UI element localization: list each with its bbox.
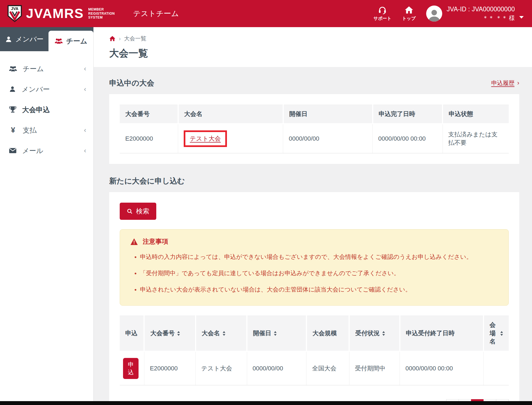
column-header-tournament-name: 大会名 (178, 105, 283, 124)
column-header-event-date[interactable]: 開催日 (247, 316, 306, 352)
apply-section-title: 新たに大会に申し込む (109, 176, 185, 186)
notice-title: 注意事項 (143, 237, 168, 246)
tournament-name-link[interactable]: テスト大会 (190, 135, 221, 142)
breadcrumb-separator: › (119, 35, 121, 42)
column-header-tournament-number: 大会番号 (120, 105, 178, 124)
column-header-scale: 大会規模 (306, 316, 349, 352)
column-header-deadline: 申込受付終了日時 (400, 316, 484, 352)
chevron-left-icon: ‹ (84, 126, 86, 134)
top-nav[interactable]: トップ (402, 6, 416, 22)
brand-subtitle: MEMBER REGISTRATION SYSTEM (88, 7, 115, 19)
breadcrumb: › 大会一覧 (109, 35, 532, 42)
sidebar-item-team[interactable]: チーム ‹ (0, 58, 93, 79)
status-cell: 支払済みまたは支払不要 (443, 124, 509, 153)
tournament-number-cell: E2000000 (120, 124, 178, 153)
sidebar-tabs: メンバー チーム (0, 27, 93, 51)
tournament-name-cell: テスト大会 (196, 351, 247, 385)
support-nav[interactable]: サポート (374, 6, 392, 22)
sidebar-item-label: チーム (23, 64, 44, 73)
column-header-status: 申込状態 (443, 105, 509, 124)
headset-icon (378, 6, 387, 14)
column-header-event-date: 開催日 (283, 105, 373, 124)
sidebar-item-payment[interactable]: ¥ 支払 ‹ (0, 120, 93, 140)
column-header-reception-status[interactable]: 受付状況 (349, 316, 400, 352)
tab-team-label: チーム (66, 37, 87, 46)
sidebar-item-label: メール (22, 146, 43, 155)
warning-icon (131, 238, 138, 245)
user-name: ＊＊ ＊＊ 様 (447, 14, 515, 22)
content-area: 申込中の大会 申込履歴 › 大会番号 大会名 開催日 (94, 67, 532, 405)
column-header-apply: 申込 (120, 316, 144, 352)
chevron-right-icon: › (517, 79, 519, 87)
tab-member[interactable]: メンバー (0, 27, 48, 51)
apply-button[interactable]: 申込 (123, 358, 139, 379)
person-icon (5, 36, 12, 43)
sidebar: メンバー チーム (0, 27, 94, 405)
sort-icon (382, 331, 385, 336)
reception-status-cell: 受付期間中 (349, 351, 400, 385)
svg-text:JVA: JVA (11, 6, 19, 11)
column-header-tournament-name[interactable]: 大会名 (196, 316, 247, 352)
notice-item: 申込時の入力内容によっては、申込ができない場合もございますので、大会情報をよくご… (140, 253, 498, 261)
search-button[interactable]: 検索 (120, 203, 156, 220)
column-header-venue[interactable]: 会場名 (484, 316, 509, 352)
person-icon (9, 86, 16, 93)
brand-title: JVAMRS (26, 7, 84, 20)
avatar (426, 6, 442, 22)
people-icon (9, 65, 17, 72)
home-icon (405, 6, 413, 14)
page-title: 大会一覧 (109, 47, 532, 60)
sidebar-item-tournament-entry[interactable]: 大会申込 (0, 99, 93, 120)
chevron-left-icon: ‹ (84, 147, 86, 154)
sort-icon (274, 331, 277, 336)
support-label: サポート (374, 16, 392, 22)
sidebar-item-member[interactable]: メンバー ‹ (0, 79, 93, 99)
user-info: JVA-ID : JVA000000000 ＊＊ ＊＊ 様 (447, 5, 515, 22)
notice-list: 申込時の入力内容によっては、申込ができない場合もございますので、大会情報をよくご… (140, 253, 498, 294)
scale-cell: 全国大会 (306, 351, 349, 385)
user-id: JVA-ID : JVA000000000 (447, 5, 515, 14)
trophy-icon (9, 106, 17, 113)
brand-logo[interactable]: JVA JVAMRS MEMBER REGISTRATION SYSTEM (7, 5, 115, 22)
deadline-cell: 0000/00/00 00:00 (400, 351, 484, 385)
sidebar-item-label: メンバー (22, 85, 50, 94)
notice-item: 「受付期間中」であっても定員に達している場合はお申込みができませんのでご了承くだ… (140, 269, 498, 277)
venue-cell (484, 351, 509, 385)
apply-card: 検索 注意事項 申込時の入力内容に (109, 192, 519, 405)
breadcrumb-current: 大会一覧 (124, 35, 146, 42)
event-date-cell: 0000/00/00 (283, 124, 373, 153)
chevron-down-icon (519, 16, 524, 19)
page-title-area: › 大会一覧 大会一覧 (94, 27, 532, 67)
search-icon (127, 208, 133, 214)
home-icon[interactable] (109, 35, 116, 42)
applied-section-title: 申込中の大会 (109, 78, 154, 88)
sort-icon (177, 331, 180, 336)
sidebar-item-mail[interactable]: メール ‹ (0, 140, 93, 161)
event-date-cell: 0000/00/00 (247, 351, 306, 385)
column-header-completed-at: 申込完了日時 (373, 105, 443, 124)
people-icon (55, 37, 63, 45)
user-menu[interactable]: JVA-ID : JVA000000000 ＊＊ ＊＊ 様 (426, 5, 524, 22)
sort-icon (500, 331, 503, 336)
mail-icon (9, 148, 17, 154)
column-header-tournament-number[interactable]: 大会番号 (144, 316, 195, 352)
sidebar-item-label: 支払 (23, 126, 37, 135)
chevron-left-icon: ‹ (84, 65, 86, 73)
applied-tournaments-card: 大会番号 大会名 開催日 申込完了日時 申込状態 E2000000 テスト大会 (109, 94, 519, 164)
notice-box: 注意事項 申込時の入力内容によっては、申込ができない場合もございますので、大会情… (120, 229, 509, 306)
bottom-strip (0, 401, 532, 405)
search-button-label: 検索 (136, 207, 149, 216)
team-name: テストチーム (133, 9, 179, 19)
table-row: 申込 E2000000 テスト大会 0000/00/00 全国大会 受付期間中 … (120, 351, 509, 385)
highlight-box: テスト大会 (184, 130, 227, 147)
sidebar-item-label: 大会申込 (22, 105, 50, 114)
sort-icon (222, 331, 226, 336)
table-row: E2000000 テスト大会 0000/00/00 0000/00/00 00:… (120, 124, 509, 153)
application-history-link[interactable]: 申込履歴 › (491, 79, 519, 87)
top-label: トップ (402, 16, 416, 22)
notice-item: 申込されたい大会が表示されていない場合は、大会の主管団体に該当大会についてご確認… (140, 286, 498, 294)
yen-icon: ¥ (9, 126, 17, 135)
sidebar-menu: チーム ‹ メンバー ‹ (0, 51, 93, 161)
completed-at-cell: 0000/00/00 00:00 (373, 124, 443, 153)
tab-team[interactable]: チーム (48, 31, 93, 51)
